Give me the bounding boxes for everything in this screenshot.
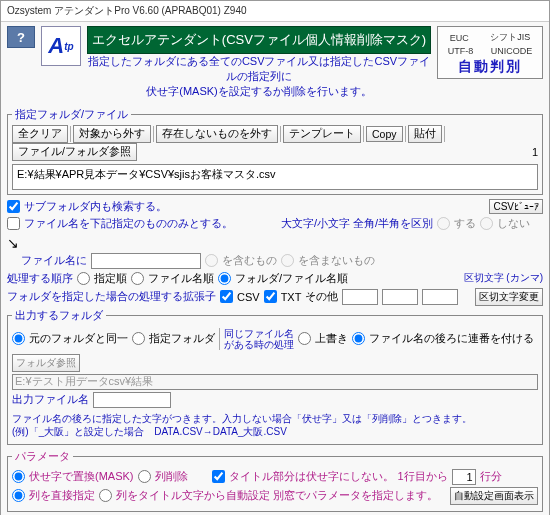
encoding-indicator: EUCシフトJIS UTF-8UNICODE 自動判別 [437, 26, 543, 79]
header-desc: 指定したフォルダにある全てのCSVファイル又は指定したCSVファイルの指定列に … [87, 54, 431, 99]
remove-button[interactable]: 対象から外す [73, 125, 151, 143]
output-group: 出力するフォルダ 元のフォルダと同一 指定フォルダ 同じファイル名がある時の処理… [7, 308, 543, 445]
ext-other-1[interactable] [342, 289, 378, 305]
overwrite-radio[interactable]: 上書き [298, 331, 348, 346]
browse-button[interactable]: ファイル/フォルダ参照 [12, 143, 137, 161]
template-button[interactable]: テンプレート [283, 125, 361, 143]
clear-button[interactable]: 全クリア [12, 125, 68, 143]
direct-radio[interactable]: 列を直接指定 [12, 488, 95, 503]
app-icon: Atp [41, 26, 81, 66]
ext-txt-check[interactable]: TXT [264, 290, 302, 303]
order-label: 処理する順序 [7, 271, 73, 286]
param-group: パラメータ 伏せ字で置換(MASK) 列削除 タイトル部分は伏せ字にしない。 1… [7, 449, 543, 512]
csv-viewer-button[interactable]: CSVﾋﾞｭｰｱ [489, 199, 543, 214]
out-path-input [12, 374, 538, 390]
ext-other-2[interactable] [382, 289, 418, 305]
out-filename-desc: ファイル名の後ろに指定した文字がつきます。入力しない場合「伏せ字」又は「列削除」… [12, 412, 472, 438]
line-from-label: 1行目から [398, 469, 448, 484]
file-count: 1 [532, 146, 538, 158]
out-spec-radio[interactable]: 指定フォルダ [132, 331, 215, 346]
file-list[interactable]: E:¥結果¥APR見本データ¥CSV¥sjisお客様マスタ.csv [12, 164, 538, 190]
limit-name-check[interactable]: ファイル名を下記指定のもののみとする。 [7, 216, 233, 231]
window-title: Ozsystem アテンダントPro V6.60 (APRABQ01) Z940 [1, 1, 549, 22]
case-no-radio: しない [480, 216, 530, 231]
mask-radio[interactable]: 伏せ字で置換(MASK) [12, 469, 134, 484]
case-label: 大文字/小文字 全角/半角を区別 [281, 216, 433, 231]
delcol-radio[interactable]: 列削除 [138, 469, 188, 484]
arrow-icon[interactable]: ↘ [7, 235, 19, 251]
case-yes-radio: する [437, 216, 476, 231]
not-contain-radio: を含まないもの [281, 253, 375, 268]
auto-settings-button[interactable]: 自動設定画面表示 [450, 487, 538, 505]
line-num-input[interactable] [452, 469, 476, 485]
ext-other-3[interactable] [422, 289, 458, 305]
page-title: エクセルアテンダント(CSVファイル個人情報削除マスク) [87, 26, 431, 54]
help-icon[interactable]: ? [7, 26, 35, 48]
auto-radio[interactable]: 列をタイトル文字から自動設定 別窓でパラメータを指定します。 [99, 488, 438, 503]
order-folder-radio[interactable]: フォルダ/ファイル名順 [218, 271, 348, 286]
folder-group: 指定フォルダ/ファイル 全クリア 対象から外す 存在しないものを外す テンプレー… [7, 107, 543, 195]
delim-label: 区切文字 (カンマ) [464, 271, 543, 285]
output-legend: 出力するフォルダ [12, 308, 106, 323]
out-folder-button: フォルダ参照 [12, 354, 80, 372]
ext-csv-check[interactable]: CSV [220, 290, 260, 303]
title-keep-check[interactable]: タイトル部分は伏せ字にしない。 [212, 469, 394, 484]
remove-missing-button[interactable]: 存在しないものを外す [156, 125, 278, 143]
param-legend: パラメータ [12, 449, 73, 464]
contain-radio: を含むもの [205, 253, 277, 268]
seq-radio[interactable]: ファイル名の後ろに連番を付ける [352, 331, 534, 346]
out-filename-label: 出力ファイル名 [12, 392, 89, 407]
order-file-radio[interactable]: ファイル名順 [131, 271, 214, 286]
delim-change-button[interactable]: 区切文字変更 [475, 288, 543, 306]
ext-label: フォルダを指定した場合の処理する拡張子 [7, 289, 216, 304]
ext-other-label: その他 [305, 289, 338, 304]
filename-label: ファイル名に [21, 253, 87, 268]
paste-button[interactable]: 貼付 [408, 125, 442, 143]
line-unit-label: 行分 [480, 469, 502, 484]
filename-input[interactable] [91, 253, 201, 269]
copy-button[interactable]: Copy [366, 126, 403, 142]
dup-label: 同じファイル名がある時の処理 [219, 328, 294, 350]
folder-legend: 指定フォルダ/ファイル [12, 107, 131, 122]
subfolder-check[interactable]: サブフォルダ内も検索する。 [7, 199, 167, 214]
out-filename-input[interactable] [93, 392, 171, 408]
out-same-radio[interactable]: 元のフォルダと同一 [12, 331, 128, 346]
order-spec-radio[interactable]: 指定順 [77, 271, 127, 286]
